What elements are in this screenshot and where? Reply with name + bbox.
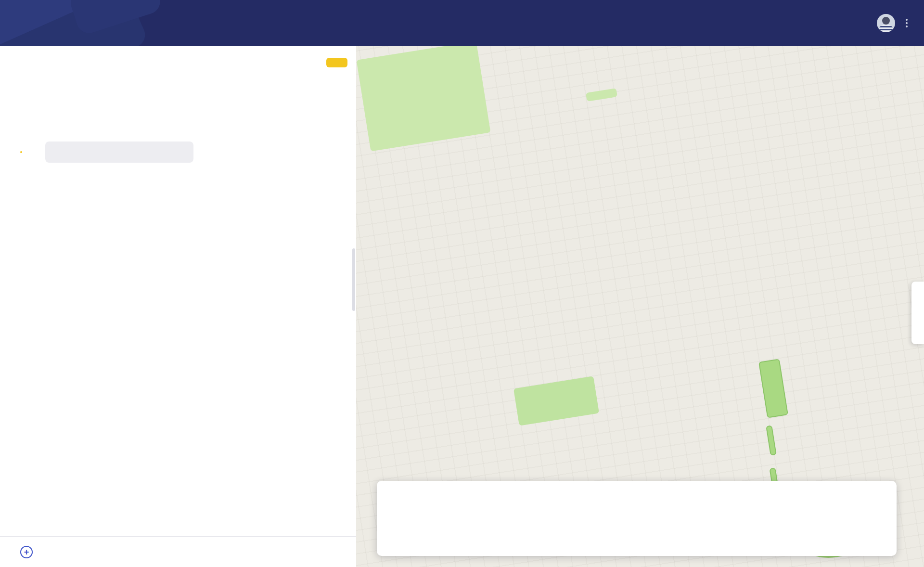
app-root: + bbox=[0, 0, 924, 567]
tracking-frequency bbox=[388, 488, 391, 496]
table-header bbox=[0, 167, 356, 192]
search-input[interactable] bbox=[57, 148, 172, 156]
search-box[interactable] bbox=[45, 142, 193, 163]
plus-icon: + bbox=[20, 546, 33, 558]
user-avatar[interactable] bbox=[877, 14, 895, 32]
edit-group-button[interactable] bbox=[326, 58, 347, 67]
view-toggle bbox=[20, 151, 22, 153]
comparison-tab[interactable] bbox=[911, 282, 924, 344]
map-canvas[interactable] bbox=[356, 46, 924, 567]
overflow-menu-button[interactable] bbox=[903, 16, 911, 30]
panel-scrollbar[interactable] bbox=[352, 248, 355, 311]
add-search-terms-button[interactable]: + bbox=[20, 546, 38, 558]
tracking-panel bbox=[377, 481, 897, 556]
left-panel: + bbox=[0, 46, 356, 567]
top-navbar bbox=[0, 0, 924, 46]
nav-right bbox=[869, 14, 911, 32]
